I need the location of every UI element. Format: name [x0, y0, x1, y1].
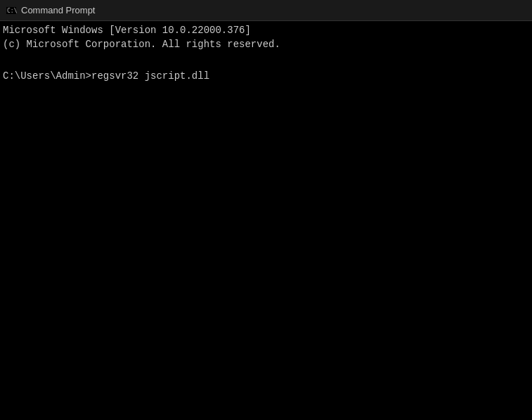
- title-bar: C:\ Command Prompt: [0, 0, 532, 21]
- console-area[interactable]: Microsoft Windows [Version 10.0.22000.37…: [0, 21, 532, 420]
- window: C:\ Command Prompt Microsoft Windows [Ve…: [0, 0, 532, 420]
- cmd-icon: C:\: [6, 5, 17, 16]
- console-line-2: (c) Microsoft Corporation. All rights re…: [3, 38, 529, 52]
- console-line-4: C:\Users\Admin>regsvr32 jscript.dll: [3, 70, 529, 84]
- title-bar-label: Command Prompt: [21, 5, 95, 15]
- console-line-1: Microsoft Windows [Version 10.0.22000.37…: [3, 24, 529, 38]
- svg-text:C:\: C:\: [7, 8, 17, 14]
- console-line-3: [3, 51, 529, 65]
